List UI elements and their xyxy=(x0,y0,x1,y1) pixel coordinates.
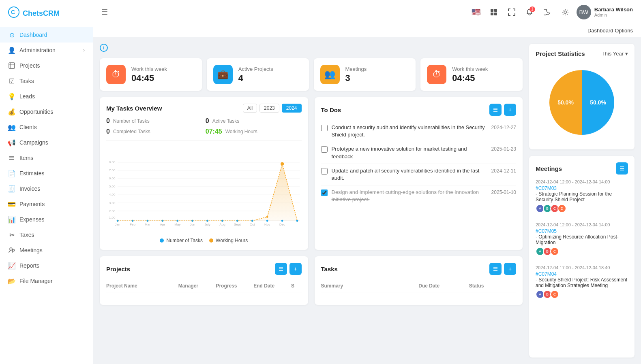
todo-item-3: Update and patch all security vulnerabil… xyxy=(321,164,517,185)
logo: C ChetsCRM xyxy=(0,0,93,27)
svg-rect-10 xyxy=(491,9,493,12)
tasks-add-button[interactable]: + xyxy=(504,263,516,275)
todo-checkbox-2[interactable] xyxy=(321,146,328,153)
filter-2023-button[interactable]: 2023 xyxy=(259,104,279,113)
svg-text:2.00: 2.00 xyxy=(109,209,116,213)
todos-add-button[interactable]: + xyxy=(504,104,516,116)
todo-checkbox-4[interactable] xyxy=(321,189,328,196)
sidebar-item-opportunities[interactable]: 💰 Opportunities xyxy=(0,104,93,119)
meeting-1-code[interactable]: #C07M03 xyxy=(536,185,557,191)
legend-hours-label: Working Hours xyxy=(216,238,248,243)
sidebar-item-reports[interactable]: 📈 Reports xyxy=(0,258,93,273)
svg-text:Jan: Jan xyxy=(115,223,120,226)
legend-dot-tasks xyxy=(160,238,164,243)
sidebar-item-label: Opportunities xyxy=(19,109,53,115)
todo-checkbox-3[interactable] xyxy=(321,168,328,175)
working-hours-label: Working Hours xyxy=(225,129,257,134)
year-selector[interactable]: This Year ▾ xyxy=(602,51,628,57)
opportunities-icon: 💰 xyxy=(8,108,15,115)
sidebar-item-expenses[interactable]: 📊 Expenses xyxy=(0,212,93,227)
invoices-icon: 🧾 xyxy=(8,185,15,192)
sidebar-item-meetings[interactable]: Meetings xyxy=(0,243,93,258)
todo-item-2: Prototype a new innovative solution for … xyxy=(321,142,517,164)
svg-text:Jun: Jun xyxy=(190,223,195,226)
svg-text:May: May xyxy=(174,223,180,226)
todos-list-button[interactable] xyxy=(489,104,502,116)
sidebar-item-campaigns[interactable]: 📢 Campaigns xyxy=(0,135,93,150)
working-hours-value: 07:45 xyxy=(206,128,222,135)
notification-button[interactable]: 1 xyxy=(523,6,536,19)
stat-card-active-projects: 💼 Active Projects 4 xyxy=(207,58,309,91)
settings-button[interactable] xyxy=(559,6,572,19)
svg-point-52 xyxy=(221,220,223,222)
sidebar-item-estimates[interactable]: 📄 Estimates xyxy=(0,166,93,181)
active-tasks-stat: 0 Active Tasks xyxy=(206,117,302,125)
chart-legend: Number of Tasks Working Hours xyxy=(106,238,302,243)
middle-row: My Tasks Overview All 2023 2024 0 Nu xyxy=(100,97,523,250)
sidebar-item-dashboard[interactable]: ⊙ Dashboard xyxy=(0,27,93,43)
meeting-divider-2 xyxy=(536,261,628,261)
dark-mode-button[interactable] xyxy=(541,6,554,19)
meetings-list-button[interactable] xyxy=(616,162,628,175)
sidebar-item-projects[interactable]: Projects xyxy=(0,58,93,73)
sidebar-item-administration[interactable]: 👤 Administration › xyxy=(0,43,93,58)
svg-rect-12 xyxy=(491,13,493,15)
sidebar-item-label: Payments xyxy=(19,201,45,207)
project-statistics-card: Project Statistics This Year ▾ xyxy=(529,44,635,149)
fullscreen-button[interactable] xyxy=(505,6,518,19)
projects-add-button[interactable]: + xyxy=(289,263,302,275)
grid-view-button[interactable] xyxy=(487,6,500,19)
year-selector-label: This Year xyxy=(602,51,624,57)
list-icon xyxy=(493,107,498,113)
sidebar-item-label: Taxes xyxy=(19,232,34,238)
expenses-icon: 📊 xyxy=(8,216,15,223)
sidebar-item-clients[interactable]: 👥 Clients xyxy=(0,119,93,135)
meeting-3-time: 2024-12-04 17:00 - 2024-12-04 18:40 xyxy=(536,265,628,270)
svg-text:Sept: Sept xyxy=(234,223,241,226)
svg-text:7.00: 7.00 xyxy=(109,168,116,172)
flag-button[interactable]: 🇺🇸 xyxy=(469,6,482,19)
stats-row: ⏱ Work this week 04:45 💼 Active Projects… xyxy=(100,58,523,91)
legend-tasks-label: Number of Tasks xyxy=(166,238,203,243)
active-tasks-label: Active Tasks xyxy=(212,118,239,124)
sidebar-item-leads[interactable]: 💡 Leads xyxy=(0,89,93,104)
us-flag-icon: 🇺🇸 xyxy=(472,8,480,17)
projects-list-button[interactable] xyxy=(275,263,287,275)
reports-icon: 📈 xyxy=(8,262,15,269)
moon-icon xyxy=(544,9,551,16)
svg-text:6.00: 6.00 xyxy=(109,177,116,180)
todo-item-4: Design and implement cutting-edge soluti… xyxy=(321,185,517,206)
meeting-item-3: 2024-12-04 17:00 - 2024-12-04 18:40 #C07… xyxy=(536,265,628,299)
sidebar-item-tasks[interactable]: ☑ Tasks xyxy=(0,73,93,89)
project-statistics-title: Project Statistics xyxy=(536,50,585,57)
sidebar-item-label: Items xyxy=(19,155,33,161)
svg-text:3.00: 3.00 xyxy=(109,201,116,205)
content-area: i ⏱ Work this week 04:45 💼 xyxy=(93,37,641,364)
svg-point-42 xyxy=(266,216,268,218)
todo-date-1: 2024-12-27 xyxy=(491,125,516,130)
tasks-chart-svg: 8.00 7.00 6.00 5.00 4.00 3.00 2.00 1.00 xyxy=(106,145,302,234)
meeting-3-code[interactable]: #C07M04 xyxy=(536,271,557,277)
sidebar-item-payments[interactable]: 💳 Payments xyxy=(0,196,93,212)
svg-rect-11 xyxy=(494,9,497,12)
svg-point-47 xyxy=(147,220,149,222)
svg-rect-13 xyxy=(494,13,497,15)
sidebar-item-items[interactable]: Items xyxy=(0,150,93,166)
tasks-list-button[interactable] xyxy=(489,263,502,275)
work-week-1-icon: ⏱ xyxy=(106,65,126,84)
meeting-2-code[interactable]: #C07M05 xyxy=(536,228,557,234)
meeting-3-avatars: A B C xyxy=(536,290,628,299)
sidebar-item-taxes[interactable]: ✂ Taxes xyxy=(0,227,93,243)
logo-text: ChetsCRM xyxy=(23,9,60,18)
todo-checkbox-1[interactable] xyxy=(321,125,328,131)
hamburger-menu[interactable]: ☰ xyxy=(101,8,108,17)
filter-all-button[interactable]: All xyxy=(243,104,257,113)
filter-2024-button[interactable]: 2024 xyxy=(282,104,302,113)
sidebar-item-invoices[interactable]: 🧾 Invoices xyxy=(0,181,93,196)
dashboard-options-button[interactable]: Dashboard Options xyxy=(587,28,633,34)
user-menu[interactable]: BW Barbara Wilson Admin xyxy=(577,5,633,19)
sidebar-item-file-manager[interactable]: 📂 File Manager xyxy=(0,273,93,289)
info-icon[interactable]: i xyxy=(100,44,108,52)
todo-content-3: Update and patch all security vulnerabil… xyxy=(332,167,487,182)
meetings-card-title: Meetings xyxy=(536,165,562,172)
